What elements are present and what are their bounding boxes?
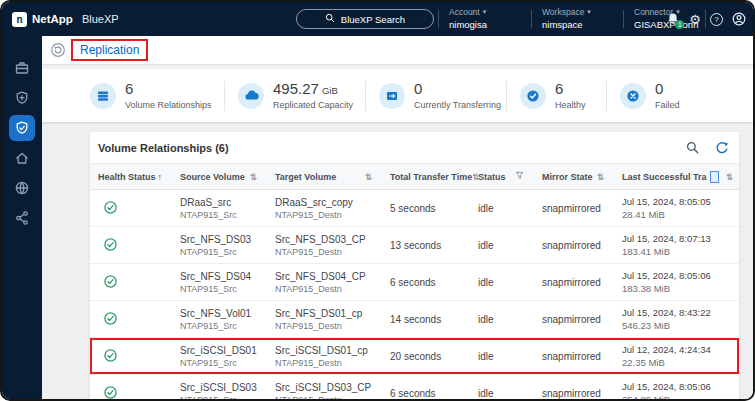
column-header-total-transfer-time[interactable]: Total Transfer Time ⇅ [382,172,470,182]
last-transfer-date: Jul 15, 2024, 8:05:06 [622,270,743,281]
divider [506,81,507,111]
table-row[interactable]: Src_NFS_DS03NTAP915_Src Src_NFS_DS03_CPN… [90,227,739,264]
company-name: NetApp [32,13,73,25]
source-system: NTAP915_Src [180,247,267,257]
table-row[interactable]: Src_NFS_DS04NTAP915_Src Src_NFS_DS04_CPN… [90,264,739,301]
netapp-logo-icon: n [12,12,27,27]
status: idle [470,240,534,251]
table-row-highlighted[interactable]: Src_iSCSI_DS01NTAP915_Src Src_iSCSI_DS01… [90,338,739,375]
metric-value: 6 [125,81,133,98]
account-menu[interactable]: Account▾ nimogisa [449,7,487,30]
source-volume: Src_NFS_DS04 [180,271,267,282]
chevron-down-icon: ▾ [587,8,591,16]
column-header-source-volume[interactable]: Source Volume ⇅ [172,172,267,182]
total-transfer-time: 6 seconds [382,388,470,399]
target-system: NTAP915_Destn [275,284,382,294]
workspace-label: Workspace [542,7,584,17]
summary-failed: 0 Failed [620,81,706,110]
chevron-down-icon: ▾ [483,8,487,16]
currently-transferring-icon [379,83,405,109]
metric-value: 495.27 [273,81,319,98]
total-transfer-time: 20 seconds [382,351,470,362]
source-volume: Src_iSCSI_DS03 [180,382,267,393]
table-row[interactable]: Src_NFS_Vol01NTAP915_Src Src_NFS_DS01_cp… [90,301,739,338]
source-system: NTAP915_Src [180,284,267,294]
account-label: Account [449,7,480,17]
last-transfer-size: 183.38 MiB [622,283,743,294]
sidebar-item-protection-active[interactable] [9,115,35,141]
metric-value: 0 [414,81,422,98]
source-volume: Src_NFS_Vol01 [180,308,267,319]
sidebar-item-mobility[interactable] [14,150,30,166]
annotation-box-replication: Replication [71,39,148,61]
table-row[interactable]: DRaaS_srcNTAP915_Src DRaaS_src_copyNTAP9… [90,190,739,227]
source-volume: DRaaS_src [180,197,267,208]
column-header-health-status[interactable]: Health Status ↑ [90,172,172,182]
column-label: Status [478,172,506,182]
column-header-last-successful-transfer[interactable]: Last Successful Tra ⇅ [614,171,743,183]
source-volume: Src_NFS_DS03 [180,234,267,245]
metric-unit: GiB [322,86,338,96]
target-volume: Src_iSCSI_DS03_CP [275,382,382,393]
last-transfer-date: Jul 15, 2024, 8:05:06 [622,381,743,392]
status: idle [470,388,534,399]
filter-icon[interactable] [515,171,524,182]
healthy-check-icon [104,386,117,400]
metric-label: Volume Relationships [125,100,212,110]
page-title[interactable]: Replication [80,43,139,57]
replication-service-icon[interactable] [50,42,66,58]
sort-icon[interactable]: ⇅ [250,172,257,182]
sort-icon[interactable]: ⇅ [726,172,733,182]
sort-icon[interactable]: ⇅ [365,172,372,182]
volume-relationships-icon [90,83,116,109]
column-header-status[interactable]: Status [470,171,534,182]
user-avatar-icon[interactable] [732,12,746,26]
table-header-row: Health Status ↑ Source Volume ⇅ Target V… [90,163,739,190]
column-header-mirror-state[interactable]: Mirror State ⇅ [534,172,614,182]
main-content: 6 Volume Relationships 495.27GiB Replica… [42,65,753,399]
source-system: NTAP915_Src [180,395,267,400]
divider [531,10,532,28]
volume-relationships-card: Volume Relationships (6) Health Status ↑ [90,132,739,399]
source-system: NTAP915_Src [180,210,267,220]
workspace-menu[interactable]: Workspace▾ nimspace [542,7,591,30]
total-transfer-time: 5 seconds [382,203,470,214]
metric-label: Failed [655,100,680,110]
last-transfer-date: Jul 15, 2024, 8:43:22 [622,307,743,318]
mirror-state: snapmirrored [534,314,614,325]
last-transfer-date: Jul 12, 2024, 4:24:34 [622,344,743,355]
topbar-icons: 1 ⚙ ? [666,2,746,36]
table-search-icon[interactable] [686,141,699,154]
target-system: NTAP915_Destn [275,247,382,257]
notification-badge: 1 [675,20,684,29]
account-value: nimogisa [449,19,487,30]
help-icon[interactable]: ? [710,13,723,26]
sort-ascending-icon[interactable]: ↑ [158,172,163,182]
sidebar-item-governance[interactable] [14,180,30,196]
table-row[interactable]: Src_iSCSI_DS03NTAP915_Src Src_iSCSI_DS03… [90,375,739,399]
healthy-check-icon [104,349,117,364]
last-transfer-date: Jul 15, 2024, 8:05:05 [622,196,743,207]
source-system: NTAP915_Src [180,321,267,331]
notifications-bell-icon[interactable]: 1 [666,12,680,26]
status: idle [470,277,534,288]
target-volume: Src_NFS_DS01_cp [275,308,382,319]
metric-value: 6 [555,81,563,98]
bluexp-search-button[interactable]: BlueXP Search [296,9,434,29]
last-transfer-size: 28.41 MiB [622,209,743,220]
column-header-target-volume[interactable]: Target Volume ⇅ [267,172,382,182]
divider [438,10,439,28]
workspace-value: nimspace [542,19,591,30]
column-label: Mirror State [542,172,593,182]
settings-gear-icon[interactable]: ⚙ [689,13,701,26]
healthy-check-icon [104,238,117,253]
mirror-state: snapmirrored [534,351,614,362]
target-system: NTAP915_Destn [275,358,382,368]
metric-value: 0 [655,81,663,98]
column-label: Last Successful Tra [622,172,707,182]
sidebar-item-health[interactable] [14,90,30,106]
sidebar-item-extensions-share[interactable] [14,210,30,226]
refresh-icon[interactable] [715,141,729,155]
sort-icon[interactable]: ⇅ [597,172,604,182]
sidebar-item-workloads[interactable] [14,60,30,76]
